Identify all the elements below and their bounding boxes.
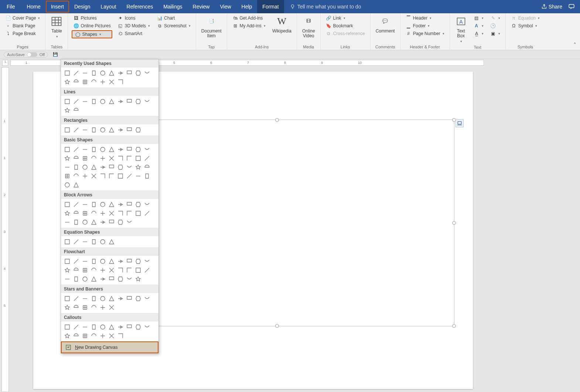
shape-option[interactable]	[134, 145, 142, 154]
shape-option[interactable]	[90, 172, 98, 180]
shape-option[interactable]	[81, 200, 89, 209]
shape-option[interactable]	[63, 200, 71, 209]
shape-option[interactable]	[99, 126, 107, 134]
shape-option[interactable]	[116, 295, 124, 303]
shape-option[interactable]	[143, 295, 151, 303]
shape-option[interactable]	[72, 145, 80, 154]
shape-option[interactable]	[90, 257, 98, 265]
shape-option[interactable]	[125, 172, 133, 180]
shape-option[interactable]	[81, 295, 89, 303]
shape-option[interactable]	[72, 295, 80, 303]
shape-option[interactable]	[90, 145, 98, 154]
shape-option[interactable]	[99, 295, 107, 303]
shape-option[interactable]	[143, 209, 151, 217]
shape-option[interactable]	[72, 163, 80, 171]
shape-option[interactable]	[90, 78, 98, 86]
shape-option[interactable]	[108, 275, 116, 283]
shape-option[interactable]	[125, 126, 133, 134]
table-button[interactable]: Table	[49, 15, 64, 39]
comment-button[interactable]: 💬 Comment	[374, 15, 396, 34]
shape-option[interactable]	[63, 69, 71, 77]
shape-option[interactable]	[63, 172, 71, 180]
shape-option[interactable]	[143, 154, 151, 162]
page-break-button[interactable]: ⤵Page Break	[4, 30, 41, 37]
shape-option[interactable]	[99, 69, 107, 77]
shape-option[interactable]	[134, 275, 142, 283]
shape-option[interactable]	[72, 209, 80, 217]
shape-option[interactable]	[99, 323, 107, 331]
vertical-ruler[interactable]: 112345	[1, 67, 9, 392]
page-number-button[interactable]: #Page Number	[404, 30, 446, 37]
shape-option[interactable]	[90, 126, 98, 134]
shape-option[interactable]	[63, 126, 71, 134]
shape-option[interactable]	[125, 97, 133, 106]
shape-option[interactable]	[72, 266, 80, 274]
signature-line-button[interactable]: ✎	[489, 15, 502, 21]
shape-option[interactable]	[116, 154, 124, 162]
equation-button[interactable]: πEquation	[509, 15, 541, 21]
resize-handle-se[interactable]	[452, 324, 456, 328]
shape-option[interactable]	[99, 266, 107, 274]
shape-option[interactable]	[116, 332, 124, 340]
shape-option[interactable]	[99, 200, 107, 209]
shape-option[interactable]	[81, 303, 89, 312]
tab-file[interactable]: File	[0, 0, 22, 13]
shape-option[interactable]	[81, 266, 89, 274]
shapes-button[interactable]: ◯Shapes	[72, 30, 112, 38]
bookmark-button[interactable]: 🔖Bookmark	[324, 23, 366, 29]
shape-option[interactable]	[63, 295, 71, 303]
shape-option[interactable]	[108, 172, 116, 180]
shape-option[interactable]	[81, 275, 89, 283]
shape-option[interactable]	[90, 69, 98, 77]
shape-option[interactable]	[90, 154, 98, 162]
shape-option[interactable]	[81, 145, 89, 154]
shape-option[interactable]	[90, 266, 98, 274]
shape-option[interactable]	[63, 106, 71, 114]
shape-option[interactable]	[72, 106, 80, 114]
shape-option[interactable]	[90, 97, 98, 106]
shape-option[interactable]	[72, 257, 80, 265]
shape-option[interactable]	[134, 200, 142, 209]
shape-option[interactable]	[81, 257, 89, 265]
shape-option[interactable]	[125, 200, 133, 209]
shape-option[interactable]	[90, 275, 98, 283]
collapse-ribbon-button[interactable]: ˄	[573, 42, 576, 49]
shape-option[interactable]	[125, 163, 133, 171]
shape-option[interactable]	[125, 295, 133, 303]
shape-option[interactable]	[81, 209, 89, 217]
shape-option[interactable]	[90, 295, 98, 303]
shape-option[interactable]	[72, 69, 80, 77]
shape-option[interactable]	[125, 154, 133, 162]
shape-option[interactable]	[63, 275, 71, 283]
text-box-button[interactable]: A Text Box	[454, 15, 468, 44]
shape-option[interactable]	[72, 181, 80, 189]
shape-option[interactable]	[99, 218, 107, 226]
shape-option[interactable]	[143, 323, 151, 331]
tab-mailings[interactable]: Mailings	[158, 0, 187, 13]
smartart-button[interactable]: ⌬SmartArt	[116, 30, 151, 37]
shape-option[interactable]	[125, 257, 133, 265]
share-button[interactable]: Share	[541, 4, 562, 10]
shape-option[interactable]	[72, 97, 80, 106]
3d-models-button[interactable]: ◱3D Models	[116, 23, 151, 29]
shape-option[interactable]	[72, 323, 80, 331]
shape-option[interactable]	[143, 97, 151, 106]
online-pictures-button[interactable]: 🌐Online Pictures	[72, 23, 112, 29]
footer-button[interactable]: ▁Footer	[404, 23, 446, 29]
shape-option[interactable]	[72, 78, 80, 86]
shape-option[interactable]	[134, 295, 142, 303]
shape-option[interactable]	[99, 145, 107, 154]
shape-option[interactable]	[134, 257, 142, 265]
quick-parts-button[interactable]: ▤	[472, 15, 485, 21]
shape-option[interactable]	[99, 303, 107, 312]
shape-option[interactable]	[99, 257, 107, 265]
shape-option[interactable]	[143, 172, 151, 180]
drop-cap-button[interactable]: A̲	[472, 30, 485, 37]
wordart-button[interactable]: A	[472, 23, 485, 29]
pictures-button[interactable]: 🖼Pictures	[72, 15, 112, 21]
shape-option[interactable]	[108, 145, 116, 154]
tab-review[interactable]: Review	[188, 0, 215, 13]
shape-option[interactable]	[63, 238, 71, 246]
save-icon[interactable]: 💾	[52, 52, 58, 58]
shape-option[interactable]	[81, 323, 89, 331]
